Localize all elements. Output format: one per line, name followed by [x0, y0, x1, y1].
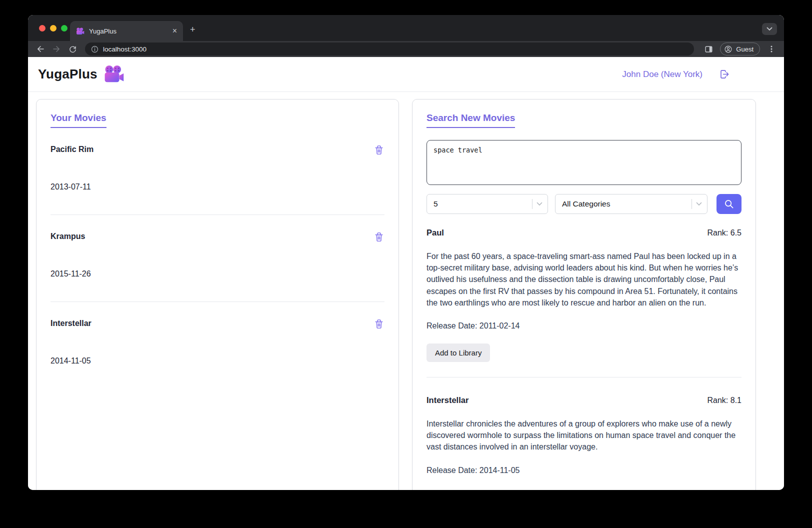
profile-label: Guest	[736, 46, 754, 53]
minimize-window-button[interactable]	[50, 25, 56, 32]
library-movie-row: Pacific Rim 2013-07-11	[50, 128, 384, 192]
user-name-label: John Doe (New York)	[622, 70, 702, 80]
category-select[interactable]: All Categories	[555, 194, 708, 214]
library-movie-row: Krampus 2015-11-26	[50, 214, 384, 278]
trash-icon	[374, 144, 384, 156]
window-controls	[39, 25, 68, 32]
tab-search-chevron-icon[interactable]	[762, 23, 777, 35]
delete-movie-button[interactable]	[374, 231, 384, 244]
search-result-interstellar: Interstellar Rank: 8.1 Interstellar chro…	[426, 396, 742, 475]
desktop: YugaPlus × +	[0, 0, 812, 528]
result-limit-value: 5	[434, 200, 528, 208]
app-header: YugaPlus John Doe (New York)	[28, 57, 784, 92]
profile-button[interactable]: Guest	[720, 42, 760, 56]
tab-close-icon[interactable]: ×	[172, 27, 177, 35]
search-icon	[724, 198, 734, 210]
result-rank: Rank: 8.1	[708, 396, 742, 405]
browser-menu-icon[interactable]	[765, 42, 778, 56]
side-panel-icon[interactable]	[702, 42, 715, 56]
movie-release-date: 2014-11-05	[50, 356, 384, 366]
new-tab-button[interactable]: +	[190, 25, 196, 34]
address-bar[interactable]: localhost:3000	[85, 42, 694, 56]
result-release-date: Release Date: 2011-02-14	[426, 322, 742, 330]
trash-icon	[374, 231, 384, 243]
movie-release-date: 2013-07-11	[50, 182, 384, 192]
browser-window: YugaPlus × +	[28, 15, 784, 490]
close-window-button[interactable]	[39, 25, 46, 32]
movie-release-date: 2015-11-26	[50, 270, 384, 278]
movie-camera-logo-icon	[104, 65, 124, 84]
reload-icon[interactable]	[66, 42, 79, 56]
result-release-date: Release Date: 2014-11-05	[426, 466, 742, 475]
logout-icon[interactable]	[718, 68, 730, 80]
url-text: localhost:3000	[103, 46, 146, 53]
zoom-window-button[interactable]	[61, 25, 68, 32]
your-movies-title: Your Movies	[50, 112, 106, 128]
main-content: Your Movies Pacific Rim	[28, 92, 784, 490]
result-title: Paul	[426, 228, 444, 238]
result-rank: Rank: 6.5	[708, 228, 742, 238]
forward-icon[interactable]	[50, 42, 63, 56]
chevron-down-icon	[536, 202, 542, 206]
result-limit-select[interactable]: 5	[426, 194, 548, 214]
search-panel: Search New Movies space travel 5 All Cat…	[412, 99, 756, 490]
select-divider	[692, 199, 692, 209]
tab-title: YugaPlus	[89, 28, 168, 35]
result-description: For the past 60 years, a space-traveling…	[426, 250, 742, 308]
app-title: YugaPlus	[38, 66, 98, 82]
search-panel-title: Search New Movies	[426, 112, 515, 128]
add-to-library-button[interactable]: Add to Library	[426, 344, 490, 362]
chevron-down-icon	[696, 202, 702, 206]
movie-title: Interstellar	[50, 319, 92, 328]
tab-strip: YugaPlus × +	[28, 15, 784, 41]
tab-favicon-movie-camera-icon	[76, 28, 84, 35]
movie-title: Pacific Rim	[50, 145, 94, 154]
library-movie-row: Interstellar 2014-11-05	[50, 302, 384, 366]
search-results: Paul Rank: 6.5 For the past 60 years, a …	[426, 228, 742, 490]
result-divider	[426, 377, 742, 378]
browser-tab-yugaplus[interactable]: YugaPlus ×	[70, 21, 183, 41]
trash-icon	[374, 318, 384, 330]
search-button[interactable]	[716, 194, 742, 214]
search-query-input[interactable]: space travel	[426, 140, 742, 185]
back-icon[interactable]	[34, 42, 47, 56]
guest-avatar-icon	[724, 45, 732, 54]
browser-toolbar: localhost:3000 Guest	[28, 41, 784, 57]
category-value: All Categories	[562, 200, 688, 208]
site-info-icon[interactable]	[91, 46, 98, 53]
movie-title: Krampus	[50, 232, 85, 241]
result-divider	[426, 490, 742, 490]
your-movies-panel: Your Movies Pacific Rim	[36, 99, 399, 490]
delete-movie-button[interactable]	[374, 318, 384, 332]
result-description: Interstellar chronicles the adventures o…	[426, 418, 742, 453]
page-content: YugaPlus John Doe (New York)	[28, 57, 784, 490]
search-result-paul: Paul Rank: 6.5 For the past 60 years, a …	[426, 228, 742, 362]
result-title: Interstellar	[426, 396, 468, 405]
search-controls: 5 All Categories	[426, 194, 742, 214]
select-divider	[532, 199, 532, 209]
delete-movie-button[interactable]	[374, 144, 384, 158]
